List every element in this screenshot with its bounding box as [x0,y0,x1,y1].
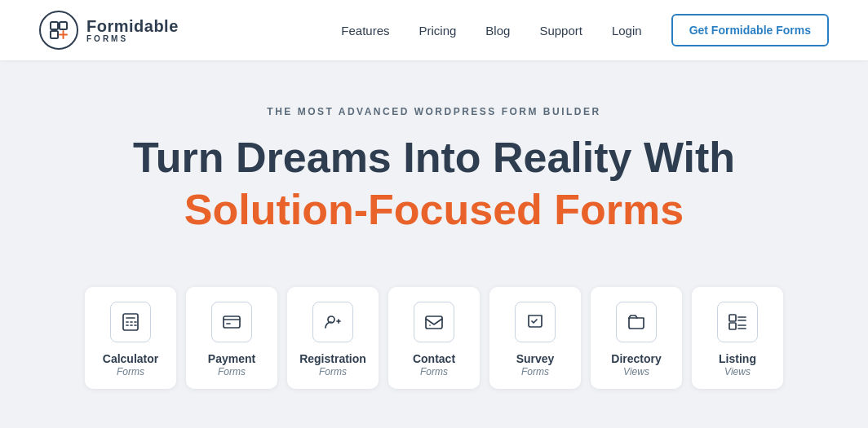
card-contact-label: Contact [413,352,455,366]
nav-link-pricing[interactable]: Pricing [419,24,457,38]
svg-rect-2 [51,31,58,38]
logo-text: Formidable FORMS [86,18,179,43]
payment-icon [211,302,252,342]
logo-subname: FORMS [86,35,179,43]
hero-subtitle: THE MOST ADVANCED WORDPRESS FORM BUILDER [267,106,600,117]
nav-link-blog[interactable]: Blog [485,24,510,38]
card-payment-label: Payment [208,352,255,366]
card-listing-sublabel: Views [724,366,751,377]
card-survey-sublabel: Forms [521,366,549,377]
nav-link-support[interactable]: Support [539,24,582,38]
card-payment[interactable]: Payment Forms [186,287,277,390]
svg-rect-1 [60,22,67,29]
card-listing-label: Listing [719,352,756,366]
logo-icon [39,11,78,50]
svg-rect-11 [224,316,240,328]
calculator-icon [110,302,151,342]
card-registration-label: Registration [299,352,366,366]
hero-section: THE MOST ADVANCED WORDPRESS FORM BUILDER… [0,60,868,267]
registration-icon [312,302,353,342]
listing-icon [717,302,758,342]
card-registration-sublabel: Forms [319,366,347,377]
card-listing[interactable]: Listing Views [692,287,783,390]
svg-rect-0 [51,22,58,29]
contact-icon [414,302,454,342]
card-payment-sublabel: Forms [218,366,246,377]
svg-rect-19 [729,315,736,321]
hero-title-block: Turn Dreams Into Reality With Solution-F… [133,134,735,235]
card-survey[interactable]: Survey Forms [489,287,581,390]
svg-rect-20 [729,323,736,329]
card-contact[interactable]: Contact Forms [388,287,480,390]
cta-button[interactable]: Get Formidable Forms [671,14,829,46]
card-calculator-sublabel: Forms [117,366,144,377]
hero-title-line1: Turn Dreams Into Reality With [133,134,735,183]
cards-row: Calculator Forms Payment Forms Registrat… [0,267,868,390]
card-registration[interactable]: Registration Forms [287,287,379,390]
svg-rect-17 [426,316,442,329]
card-directory-sublabel: Views [623,366,649,377]
nav-links: Features Pricing Blog Support Login Get … [341,14,829,46]
survey-icon [515,302,556,342]
hero-title-line2: Solution-Focused Forms [133,186,735,235]
card-survey-label: Survey [516,352,555,366]
card-calculator[interactable]: Calculator Forms [85,287,176,390]
logo-name: Formidable [86,18,179,34]
nav-link-login[interactable]: Login [612,24,642,38]
card-calculator-label: Calculator [103,352,158,366]
card-directory-label: Directory [611,352,661,366]
logo[interactable]: Formidable FORMS [39,11,179,50]
card-directory[interactable]: Directory Views [591,287,682,390]
navbar: Formidable FORMS Features Pricing Blog S… [0,0,868,60]
nav-link-features[interactable]: Features [341,24,389,38]
directory-icon [616,302,657,342]
card-contact-sublabel: Forms [420,366,448,377]
